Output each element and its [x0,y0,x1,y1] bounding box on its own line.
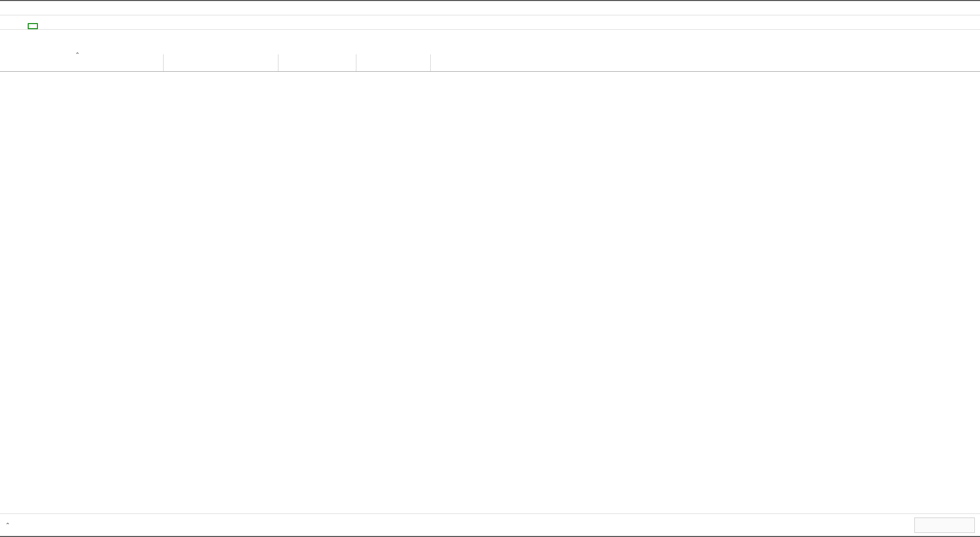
chevron-up-icon: ⌃ [5,522,10,529]
startup-list [0,72,980,513]
column-name[interactable] [0,54,163,71]
footer: ⌃ [0,513,980,536]
menu-options[interactable] [12,6,23,10]
menubar [0,1,980,15]
tab-services[interactable] [56,24,66,29]
tab-startup[interactable] [28,23,38,29]
tab-app-history[interactable] [18,24,28,29]
tab-performance[interactable] [9,24,18,29]
tab-bar [0,15,980,30]
menu-view[interactable] [23,6,33,10]
column-headers: ⌃ [0,54,980,72]
column-publisher[interactable] [163,54,278,71]
tab-processes[interactable] [0,24,9,29]
column-startup-impact[interactable] [356,54,431,71]
fewer-details-toggle[interactable]: ⌃ [5,522,16,529]
tab-details[interactable] [47,24,56,29]
tab-users[interactable] [38,24,47,29]
disable-button[interactable] [914,518,975,533]
menu-file[interactable] [2,6,12,10]
column-status[interactable] [278,54,356,71]
bios-time-row [0,30,980,54]
sort-ascending-icon: ⌃ [75,51,80,58]
